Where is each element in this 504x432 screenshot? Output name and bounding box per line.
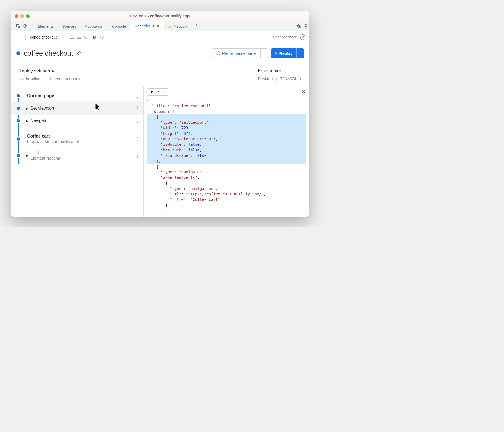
timeline-dot — [16, 93, 21, 98]
json-value: setViewport — [181, 120, 206, 125]
timeline-step-page[interactable]: Coffee cart https://coffee-cart.netlify.… — [11, 131, 143, 147]
expand-caret-icon[interactable]: ▸ — [26, 153, 28, 158]
tab-network-label: Network — [174, 24, 187, 28]
json-value: https://coffee-cart.netlify.app/ — [188, 192, 261, 196]
tab-recorder[interactable]: Recorder ✕ — [130, 21, 164, 31]
tab-network[interactable]: Network — [164, 21, 192, 31]
code-body[interactable]: { "title": "coffee checkout", "steps": [… — [144, 98, 309, 217]
titlebar: DevTools - coffee-cart.netlify.app/ — [11, 11, 309, 21]
timeout-value: Timeout: 5000 ms — [48, 77, 81, 81]
timeline-dot — [16, 106, 21, 111]
replay-button-caret[interactable] — [296, 48, 304, 58]
step-title: Navigate — [30, 118, 133, 123]
expand-caret-icon[interactable]: ▸ — [26, 118, 28, 123]
json-value: navigate — [181, 170, 199, 174]
svg-rect-2 — [25, 25, 27, 28]
json-value: navigation — [190, 186, 213, 191]
recording-selector-label: coffee checkout — [30, 35, 57, 39]
step-menu-icon[interactable]: ⋮ — [133, 93, 141, 99]
performance-panel-caret[interactable] — [260, 49, 268, 58]
import-icon[interactable] — [76, 35, 81, 40]
recorder-toolbar: ＋ coffee checkout Send feedback ? — [11, 31, 309, 43]
timeline-divider — [11, 129, 143, 129]
timeline-step-navigate[interactable]: ▸ Navigate ⋮ — [11, 115, 143, 127]
recording-title: coffee checkout — [24, 49, 73, 58]
close-code-pane-icon[interactable]: ✕ — [301, 88, 306, 96]
step-menu-icon[interactable]: ⋮ — [133, 153, 141, 158]
timeline-step-set-viewport[interactable]: ▸ Set viewport ⋮ — [11, 102, 143, 115]
recording-selector[interactable]: coffee checkout — [28, 35, 65, 39]
inspect-icon[interactable] — [16, 24, 21, 29]
environment-label: Environment — [258, 68, 283, 74]
delete-icon[interactable] — [84, 35, 88, 40]
export-icon[interactable] — [69, 35, 74, 40]
svg-point-6 — [305, 26, 307, 27]
flask-icon — [152, 24, 155, 28]
json-value: false — [188, 148, 200, 152]
step-forward-icon[interactable] — [92, 35, 97, 40]
step-menu-icon[interactable]: ⋮ — [133, 118, 141, 124]
step-menu-icon[interactable]: ⋮ — [133, 105, 141, 111]
tab-list: Elements Sources Application Console Rec… — [33, 21, 199, 31]
performance-panel-label: Performance panel — [222, 51, 257, 56]
kebab-menu-icon[interactable] — [305, 24, 307, 29]
svg-point-5 — [305, 24, 307, 25]
format-selector[interactable]: JSON — [147, 88, 168, 96]
replay-settings-toggle[interactable]: Replay settings ▸ — [18, 68, 258, 74]
tab-sources[interactable]: Sources — [58, 21, 80, 31]
throttling-value: No throttling — [18, 77, 40, 81]
step-title: Click — [30, 150, 133, 155]
svg-point-9 — [102, 38, 103, 39]
gauge-icon — [216, 51, 221, 55]
timeline-pane: Current page ⋮ ▸ Set viewport ⋮ — [11, 86, 144, 217]
tab-recorder-label: Recorder — [135, 24, 151, 28]
devtools-window: DevTools - coffee-cart.netlify.app/ Elem… — [11, 11, 309, 217]
timeline-dot — [16, 153, 21, 158]
gear-icon[interactable] — [296, 24, 301, 29]
play-icon — [275, 51, 278, 55]
edit-title-icon[interactable] — [76, 50, 81, 56]
send-feedback-link[interactable]: Send feedback — [273, 35, 297, 39]
step-title: Current page — [27, 93, 133, 98]
device-value: Desktop — [258, 76, 273, 81]
json-value: Coffee cart — [193, 197, 218, 202]
close-window-button[interactable] — [15, 14, 18, 18]
step-title: Coffee cart — [27, 134, 133, 139]
performance-panel-button[interactable]: Performance panel — [212, 48, 268, 58]
help-icon[interactable]: ? — [300, 34, 305, 40]
window-controls — [15, 14, 30, 18]
replay-button[interactable]: Replay — [271, 48, 304, 58]
step-subtitle: https://coffee-cart.netlify.app/ — [27, 139, 133, 144]
device-toggle-icon[interactable] — [23, 24, 28, 29]
step-subtitle: Element "Mocha" — [30, 156, 133, 160]
json-value: false — [195, 153, 206, 158]
tab-application[interactable]: Application — [81, 21, 108, 31]
svg-rect-3 — [170, 26, 170, 27]
timeline-dot — [16, 136, 21, 141]
maximize-window-button[interactable] — [26, 14, 30, 18]
code-pane: JSON ✕ { "title": "coffee checkout", "st… — [144, 86, 309, 217]
new-recording-button[interactable]: ＋ — [15, 33, 23, 41]
svg-point-7 — [305, 28, 307, 29]
json-value: 574 — [184, 131, 190, 136]
tab-close-icon[interactable]: ✕ — [157, 24, 160, 28]
step-menu-icon[interactable]: ⋮ — [133, 136, 141, 142]
chevron-down-icon — [59, 36, 63, 39]
replay-button-label: Replay — [279, 51, 293, 56]
expand-caret-icon[interactable]: ▸ — [26, 106, 28, 111]
step-over-icon[interactable] — [100, 35, 105, 40]
timeline-step-current-page[interactable]: Current page ⋮ — [11, 90, 143, 102]
main-split: Current page ⋮ ▸ Set viewport ⋮ — [11, 86, 309, 217]
timeline-step-click[interactable]: ▸ Click Element "Mocha" ⋮ — [11, 147, 143, 164]
svg-rect-4 — [170, 27, 170, 27]
json-title: coffee checkout — [174, 104, 209, 108]
more-tabs-icon[interactable] — [195, 24, 199, 28]
tab-elements[interactable]: Elements — [33, 21, 58, 31]
warning-icon — [168, 24, 172, 28]
recording-header: coffee checkout Performance panel — [11, 43, 309, 63]
window-title: DevTools - coffee-cart.netlify.app/ — [130, 14, 190, 18]
replay-settings-label: Replay settings — [18, 68, 50, 74]
settings-row: Replay settings ▸ No throttling | Timeou… — [11, 63, 309, 86]
tab-console[interactable]: Console — [108, 21, 130, 31]
minimize-window-button[interactable] — [20, 14, 24, 18]
